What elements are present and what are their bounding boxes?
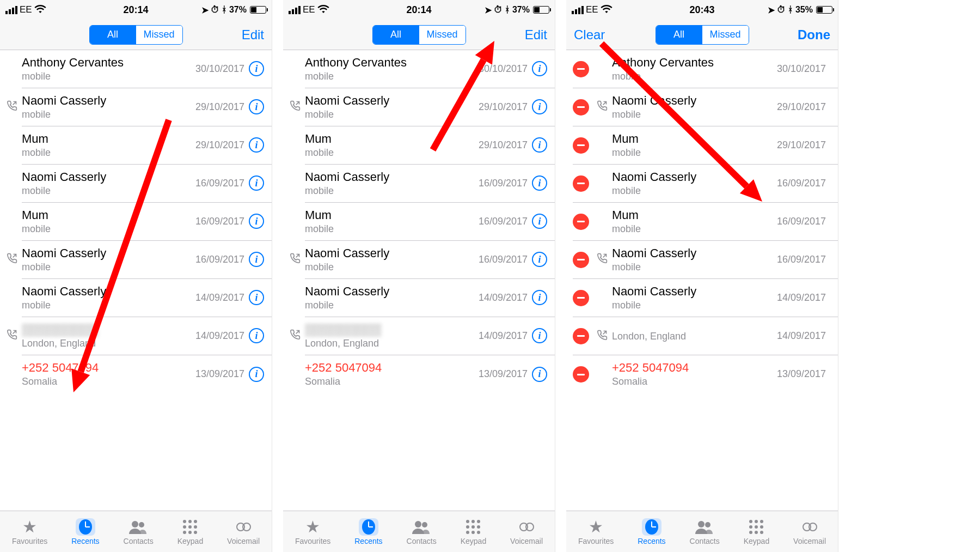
delete-button[interactable]	[573, 328, 589, 344]
tab-recents[interactable]: Recents	[354, 518, 382, 545]
tab-voicemail[interactable]: Voicemail	[510, 518, 543, 545]
info-button[interactable]: i	[249, 99, 264, 114]
call-row[interactable]: Naomi Casserlymobile16/09/2017i	[305, 165, 555, 203]
tab-voicemail[interactable]: Voicemail	[227, 518, 260, 545]
call-row[interactable]: Mummobile16/09/2017	[573, 203, 838, 241]
recents-list[interactable]: Anthony Cervantesmobile30/10/2017Naomi C…	[566, 50, 838, 511]
tab-contacts[interactable]: Contacts	[407, 518, 437, 545]
tab-label: Keypad	[177, 537, 203, 545]
call-name: Mum	[305, 132, 479, 146]
keypad-icon	[746, 518, 766, 536]
call-name: Mum	[612, 208, 777, 222]
tab-favourites[interactable]: ★Favourites	[12, 518, 47, 545]
info-button[interactable]: i	[249, 290, 264, 305]
info-button[interactable]: i	[249, 252, 264, 267]
delete-button[interactable]	[573, 214, 589, 230]
tab-keypad[interactable]: Keypad	[177, 518, 203, 545]
call-subtitle: mobile	[22, 262, 195, 274]
info-button[interactable]: i	[532, 290, 547, 305]
info-button[interactable]: i	[532, 175, 547, 191]
tab-recents[interactable]: Recents	[71, 518, 99, 545]
info-button[interactable]: i	[532, 99, 547, 114]
call-row[interactable]: Mummobile29/10/2017i	[305, 126, 555, 165]
recents-list[interactable]: Anthony Cervantesmobile30/10/2017iNaomi …	[283, 50, 555, 511]
contacts-icon	[695, 518, 714, 536]
call-date: 14/09/2017	[479, 292, 528, 304]
call-date: 16/09/2017	[195, 178, 244, 189]
edit-button[interactable]: Edit	[525, 27, 547, 43]
call-row[interactable]: Mummobile16/09/2017i	[305, 203, 555, 241]
tab-favourites[interactable]: ★Favourites	[295, 518, 330, 545]
segment-all[interactable]: All	[90, 26, 136, 44]
call-row[interactable]: +252 5047094Somalia13/09/2017	[573, 355, 838, 393]
tab-keypad[interactable]: Keypad	[744, 518, 769, 545]
call-row[interactable]: Naomi Casserlymobile16/09/2017i	[22, 165, 272, 203]
call-date: 16/09/2017	[777, 254, 826, 265]
delete-button[interactable]	[573, 137, 589, 154]
info-button[interactable]: i	[249, 328, 264, 343]
call-row[interactable]: Naomi Casserlymobile14/09/2017	[573, 279, 838, 317]
info-button[interactable]: i	[249, 367, 264, 382]
call-date: 30/10/2017	[479, 63, 528, 75]
delete-button[interactable]	[573, 61, 589, 77]
info-button[interactable]: i	[532, 252, 547, 267]
info-button[interactable]: i	[249, 175, 264, 191]
recents-list[interactable]: Anthony Cervantesmobile30/10/2017iNaomi …	[0, 50, 272, 511]
call-row[interactable]: Anthony Cervantesmobile30/10/2017i	[305, 50, 555, 88]
call-row[interactable]: Mummobile29/10/2017i	[22, 126, 272, 165]
edit-button[interactable]: Edit	[242, 27, 264, 43]
delete-button[interactable]	[573, 175, 589, 192]
call-row[interactable]: Mummobile29/10/2017	[573, 126, 838, 165]
tab-recents[interactable]: Recents	[638, 518, 665, 545]
info-button[interactable]: i	[532, 137, 547, 153]
info-button[interactable]: i	[249, 214, 264, 229]
call-row[interactable]: ▒▒▒▒▒▒▒▒▒London, England14/09/2017i	[305, 317, 555, 355]
delete-button[interactable]	[573, 252, 589, 268]
call-row[interactable]: Naomi Casserlymobile16/09/2017i	[22, 241, 272, 279]
call-row[interactable]: Naomi Casserlymobile29/10/2017i	[305, 88, 555, 126]
call-row[interactable]: Naomi Casserlymobile29/10/2017i	[22, 88, 272, 126]
tab-favourites[interactable]: ★Favourites	[578, 518, 614, 545]
outgoing-call-icon	[7, 253, 17, 266]
call-row[interactable]: Naomi Casserlymobile16/09/2017	[573, 165, 838, 203]
call-name: Naomi Casserly	[305, 170, 479, 184]
call-name: Naomi Casserly	[305, 246, 479, 260]
call-row[interactable]: ▒▒▒▒▒▒▒▒▒London, England14/09/2017i	[22, 317, 272, 355]
nav-bar: AllMissedEdit	[283, 20, 555, 50]
status-bar: EE20:14➤⏱ᚼ37%	[283, 0, 555, 20]
call-row[interactable]: Anthony Cervantesmobile30/10/2017i	[22, 50, 272, 88]
info-button[interactable]: i	[249, 137, 264, 153]
battery-icon	[533, 6, 549, 14]
segment-all[interactable]: All	[656, 26, 702, 44]
call-row[interactable]: Naomi Casserlymobile29/10/2017	[573, 88, 838, 126]
call-row[interactable]: Anthony Cervantesmobile30/10/2017	[573, 50, 838, 88]
clear-button[interactable]: Clear	[574, 27, 605, 43]
info-button[interactable]: i	[532, 328, 547, 343]
call-row[interactable]: Naomi Casserlymobile14/09/2017i	[305, 279, 555, 317]
call-row[interactable]: Mummobile16/09/2017i	[22, 203, 272, 241]
segment-all[interactable]: All	[373, 26, 419, 44]
call-row[interactable]: London, England14/09/2017	[573, 317, 838, 355]
tab-contacts[interactable]: Contacts	[124, 518, 154, 545]
call-row[interactable]: +252 5047094Somalia13/09/2017i	[22, 355, 272, 393]
delete-button[interactable]	[573, 99, 589, 116]
call-subtitle: mobile	[305, 109, 479, 121]
segment-missed[interactable]: Missed	[419, 26, 465, 44]
done-button[interactable]: Done	[798, 27, 830, 43]
delete-button[interactable]	[573, 366, 589, 383]
info-button[interactable]: i	[532, 367, 547, 382]
info-button[interactable]: i	[532, 214, 547, 229]
delete-button[interactable]	[573, 290, 589, 306]
call-row[interactable]: Naomi Casserlymobile16/09/2017	[573, 241, 838, 279]
tab-keypad[interactable]: Keypad	[461, 518, 486, 545]
outgoing-call-icon	[597, 330, 608, 343]
info-button[interactable]: i	[249, 61, 264, 76]
call-row[interactable]: +252 5047094Somalia13/09/2017i	[305, 355, 555, 393]
tab-contacts[interactable]: Contacts	[690, 518, 720, 545]
call-row[interactable]: Naomi Casserlymobile14/09/2017i	[22, 279, 272, 317]
tab-voicemail[interactable]: Voicemail	[793, 518, 826, 545]
call-row[interactable]: Naomi Casserlymobile16/09/2017i	[305, 241, 555, 279]
segment-missed[interactable]: Missed	[702, 26, 749, 44]
info-button[interactable]: i	[532, 61, 547, 76]
segment-missed[interactable]: Missed	[136, 26, 182, 44]
